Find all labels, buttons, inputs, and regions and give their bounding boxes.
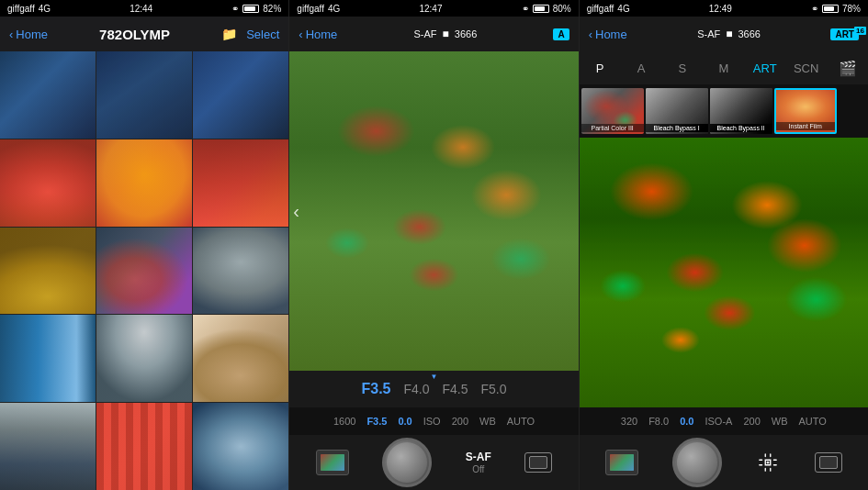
folder-icon[interactable]: 📁 [221,27,237,41]
art-filter-bleach-bypass2[interactable]: Bleach Bypass II [710,88,772,134]
bluetooth-icon-3: ⚭ [811,4,818,14]
camera-center-info-3: S-AF ■ 3666 [697,28,761,40]
art-filter-label-partial: Partial Color III [581,124,644,132]
battery-pct-1: 82% [263,4,281,14]
aperture-selected-display-2: F3.5 [366,416,387,427]
shot-count-2: 3666 [455,28,477,39]
art-mode-m[interactable]: M [703,51,744,84]
saf-mode-2: S-AF [413,28,436,39]
list-item[interactable] [96,139,192,227]
gallery-header: ‹ Home 782OLYMP 📁 Select [0,17,288,51]
carrier-2: giffgaff [297,4,324,14]
time-1: 12:44 [130,4,152,14]
mode-badge-2[interactable]: A [553,28,569,40]
art-mode-s[interactable]: S [661,51,703,84]
gallery-title: 782OLYMP [99,27,170,42]
camera-panel: giffgaff 4G 12:47 ⚭ 80% ‹ Home S-AF ■ 36… [289,0,579,490]
carrier-1: giffgaff [7,4,35,14]
iso-val-2: 200 [452,416,468,427]
mode-button-3[interactable] [815,452,842,473]
battery-pct-2: 80% [553,4,571,14]
battery-pct-3: 78% [842,4,861,14]
list-item[interactable] [193,228,288,315]
shutter-button-2[interactable] [382,438,432,487]
art-filter-panel: giffgaff 4G 12:49 ⚭ 78% ‹ Home S-AF ■ 36… [580,0,868,490]
bluetooth-icon-1: ⚭ [231,4,239,14]
af-toggle-2[interactable]: S-AF Off [466,451,491,474]
art-mode-movie[interactable]: 🎬 [827,51,868,84]
art-filter-bleach-bypass1[interactable]: Bleach Bypass I [646,88,708,134]
art-badge-container: ART 16 [830,28,859,40]
art-mode-art[interactable]: ART [744,51,785,84]
iso-label-3: ISO-A [705,416,732,427]
list-item[interactable] [96,51,192,139]
art-filter-instant-film[interactable]: Instant Film [774,88,837,134]
bottom-info-3: 320 F8.0 0.0 ISO-A 200 WB AUTO [580,407,868,435]
camera-viewfinder-3[interactable] [580,138,868,407]
chevron-left-icon-3: ‹ [589,28,592,41]
viewfinder-image-3 [580,138,868,407]
mode-button-2[interactable] [524,452,552,473]
art-filter-label-bleach2: Bleach Bypass II [710,124,772,132]
touch-focus-button[interactable] [755,450,781,475]
art-filter-label-instant: Instant Film [776,122,835,130]
art-mode-strip: P A S M ART SCN 🎬 [580,51,868,84]
network-3: 4G [617,4,629,14]
battery-bar-3 [822,5,839,13]
status-right-2: ⚭ 80% [522,4,571,14]
prev-image-button[interactable]: ‹ [293,201,299,222]
art-filter-partial-color[interactable]: Partial Color III [581,88,644,134]
back-button-3[interactable]: ‹ Home [589,28,627,41]
list-item[interactable] [193,139,288,227]
thumbnail-button-3[interactable] [605,450,638,475]
art-mode-a[interactable]: A [621,51,662,84]
aperture-display-3: F8.0 [648,416,669,427]
iso-val-3: 200 [743,416,760,427]
bottom-info-2: 1600 F3.5 0.0 ISO 200 WB AUTO [289,407,578,435]
camera-header-3: ‹ Home S-AF ■ 3666 ART 16 [580,17,868,51]
carrier-3: giffgaff [587,4,614,14]
status-left-2: giffgaff 4G [297,4,340,14]
chevron-left-icon-2: ‹ [299,28,302,41]
header-right-icons: 📁 Select [221,27,279,41]
list-item[interactable] [96,315,192,402]
wb-val-2: AUTO [507,416,535,427]
network-2: 4G [328,4,340,14]
list-item[interactable] [0,403,96,490]
camera-controls-2: S-AF Off [289,435,578,490]
status-right-3: ⚭ 78% [811,4,861,14]
status-bar-2: giffgaff 4G 12:47 ⚭ 80% [289,0,578,17]
camera-viewfinder-2[interactable]: ‹ [289,51,578,371]
list-item[interactable] [0,51,96,139]
back-button-2[interactable]: ‹ Home [299,28,337,41]
list-item[interactable] [96,403,192,490]
photo-grid [0,51,288,490]
list-item[interactable] [193,403,288,490]
select-button[interactable]: Select [246,28,279,41]
art-mode-p[interactable]: P [580,51,621,84]
saf-mode-3: S-AF [697,28,720,39]
list-item[interactable] [0,228,96,315]
list-item[interactable] [0,139,96,227]
aperture-f40[interactable]: F4.0 [403,382,429,396]
aperture-f35[interactable]: F3.5 [361,381,390,397]
list-item[interactable] [0,315,96,402]
back-button-1[interactable]: ‹ Home [9,28,48,41]
touch-focus-icon [758,452,778,473]
shutter-button-3[interactable] [672,438,722,487]
status-bar-3: giffgaff 4G 12:49 ⚭ 78% [580,0,868,17]
list-item[interactable] [193,51,288,139]
aperture-f45[interactable]: F4.5 [442,382,468,396]
list-item[interactable] [96,228,192,315]
exposure-display-2: 0.0 [398,416,411,427]
thumbnail-button-2[interactable] [316,450,349,475]
network-1: 4G [39,4,51,14]
aperture-f50[interactable]: F5.0 [481,382,507,396]
art-mode-scn[interactable]: SCN [785,51,827,84]
shot-count-3: 3666 [738,28,760,39]
shutter-speed-3: 320 [621,416,637,427]
status-left-3: giffgaff 4G [587,4,630,14]
list-item[interactable] [193,315,288,402]
camera-center-info-2: S-AF ■ 3666 [413,28,477,40]
time-2: 12:47 [419,4,442,14]
